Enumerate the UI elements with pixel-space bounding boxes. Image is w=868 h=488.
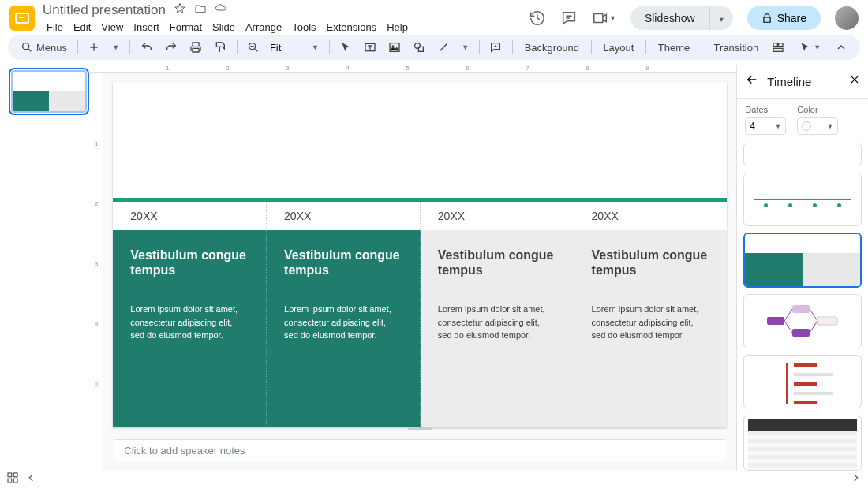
slide-thumbnail[interactable]: [11, 70, 87, 113]
block-body: Lorem ipsum dolor sit amet, consectetur …: [592, 303, 710, 342]
menu-extensions[interactable]: Extensions: [323, 20, 381, 35]
svg-rect-8: [779, 43, 783, 47]
timeline-block[interactable]: Vestibulum congue tempus Lorem ipsum dol…: [574, 230, 728, 427]
svg-rect-7: [773, 43, 777, 47]
search-menus[interactable]: Menus: [16, 38, 72, 57]
template-card[interactable]: [743, 355, 862, 409]
horizontal-ruler: 123456789: [90, 65, 736, 73]
image-tool[interactable]: [383, 38, 406, 57]
slideshow-dropdown[interactable]: ▼: [709, 6, 733, 30]
year-cell[interactable]: 20XX: [421, 202, 574, 230]
select-tool[interactable]: [335, 38, 357, 57]
side-panel-title: Timeline: [767, 75, 841, 88]
slideshow-button[interactable]: Slideshow: [630, 6, 709, 30]
template-card[interactable]: [743, 294, 862, 348]
zoom-input[interactable]: [267, 40, 305, 55]
template-card-selected[interactable]: [743, 233, 862, 287]
layout-button[interactable]: Layout: [597, 39, 640, 57]
menu-format[interactable]: Format: [166, 20, 206, 35]
svg-rect-10: [767, 317, 784, 325]
meet-icon[interactable]: ▼: [592, 9, 616, 27]
menu-tools[interactable]: Tools: [288, 20, 320, 35]
menu-insert[interactable]: Insert: [129, 20, 163, 35]
block-body: Lorem ipsum dolor sit amet, consectetur …: [284, 303, 402, 342]
block-title: Vestibulum congue tempus: [284, 248, 402, 278]
collapse-toolbar[interactable]: [830, 38, 852, 57]
menu-file[interactable]: File: [43, 20, 67, 35]
theme-button[interactable]: Theme: [652, 39, 696, 57]
svg-rect-15: [13, 473, 17, 477]
history-icon[interactable]: [529, 9, 546, 27]
template-card[interactable]: [743, 143, 862, 166]
svg-rect-16: [8, 479, 12, 482]
building-blocks-button[interactable]: [767, 38, 789, 57]
menubar: File Edit View Insert Format Slide Arran…: [43, 20, 529, 35]
background-button[interactable]: Background: [518, 39, 586, 57]
template-card[interactable]: [743, 173, 862, 227]
menu-slide[interactable]: Slide: [208, 20, 239, 35]
vertical-ruler: 12345: [90, 73, 103, 471]
explore-icon[interactable]: [849, 471, 862, 487]
svg-point-5: [415, 43, 421, 49]
year-cell[interactable]: 20XX: [113, 202, 267, 230]
svg-rect-13: [817, 317, 837, 325]
zoom-dropdown[interactable]: ▼: [307, 40, 324, 54]
block-title: Vestibulum congue tempus: [130, 248, 249, 278]
share-button[interactable]: Share: [747, 6, 821, 30]
svg-rect-11: [792, 305, 810, 313]
dates-label: Dates: [745, 105, 786, 114]
template-card[interactable]: [743, 415, 862, 471]
template-list[interactable]: [737, 143, 868, 471]
new-slide-dropdown[interactable]: ▼: [107, 40, 124, 54]
timeline-block[interactable]: Vestibulum congue tempus Lorem ipsum dol…: [113, 230, 267, 427]
print-button[interactable]: [185, 38, 207, 57]
line-tool[interactable]: [432, 38, 455, 57]
menu-help[interactable]: Help: [383, 20, 412, 35]
transition-button[interactable]: Transition: [708, 39, 765, 57]
color-label: Color: [797, 105, 838, 114]
menu-edit[interactable]: Edit: [69, 20, 95, 35]
document-title[interactable]: Untitled presentation: [43, 2, 166, 18]
grid-view-icon[interactable]: [6, 471, 19, 487]
app-logo[interactable]: [9, 6, 35, 31]
timeline-block[interactable]: Vestibulum congue tempus Lorem ipsum dol…: [421, 230, 574, 427]
slide-canvas[interactable]: 20XX 20XX 20XX 20XX Vestibulum congue te…: [113, 82, 727, 427]
menu-view[interactable]: View: [97, 20, 127, 35]
block-body: Lorem ipsum dolor sit amet, consectetur …: [130, 303, 249, 342]
menu-arrange[interactable]: Arrange: [241, 20, 286, 35]
redo-button[interactable]: [160, 38, 182, 57]
svg-rect-12: [792, 329, 810, 337]
year-cell[interactable]: 20XX: [574, 202, 728, 230]
svg-point-0: [23, 43, 29, 50]
paint-format-button[interactable]: [209, 38, 231, 57]
new-slide-button[interactable]: [83, 38, 105, 57]
mode-button[interactable]: ▼: [794, 38, 825, 57]
collapse-panel-icon[interactable]: [25, 471, 38, 487]
back-arrow-icon[interactable]: [745, 73, 759, 90]
speaker-notes[interactable]: Click to add speaker notes: [113, 439, 727, 461]
cloud-icon[interactable]: [215, 2, 227, 18]
comment-tool[interactable]: [485, 38, 507, 57]
dates-select[interactable]: 4▼: [745, 117, 786, 135]
zoom-button[interactable]: [242, 38, 264, 57]
timeline-block[interactable]: Vestibulum congue tempus Lorem ipsum dol…: [267, 230, 421, 427]
comments-icon[interactable]: [560, 9, 578, 27]
svg-rect-9: [773, 48, 783, 51]
textbox-tool[interactable]: [359, 38, 381, 57]
year-cell[interactable]: 20XX: [267, 202, 421, 230]
svg-rect-14: [8, 473, 12, 477]
line-dropdown[interactable]: ▼: [457, 40, 473, 54]
shape-tool[interactable]: [408, 38, 430, 57]
color-select[interactable]: ▼: [797, 117, 838, 135]
svg-rect-17: [13, 479, 17, 482]
close-icon[interactable]: [849, 74, 860, 88]
block-title: Vestibulum congue tempus: [592, 248, 710, 278]
undo-button[interactable]: [136, 38, 158, 57]
move-icon[interactable]: [194, 2, 207, 18]
notes-drag-handle[interactable]: [408, 427, 432, 430]
star-icon[interactable]: [174, 2, 186, 18]
avatar[interactable]: [835, 6, 859, 30]
block-body: Lorem ipsum dolor sit amet, consectetur …: [438, 303, 556, 342]
block-title: Vestibulum congue tempus: [438, 248, 556, 278]
